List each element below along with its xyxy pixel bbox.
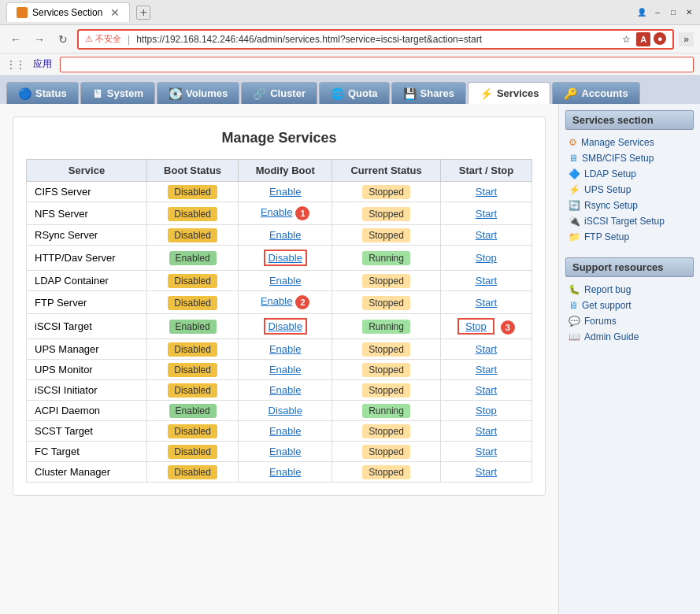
tab-cluster[interactable]: 🔗 Cluster: [241, 82, 317, 104]
start-button[interactable]: Start: [476, 229, 497, 241]
modify-boot-button[interactable]: Enable: [269, 446, 301, 457]
tab-title: Services Section: [32, 7, 102, 18]
address-bar[interactable]: ⚠ 不安全 | https://192.168.142.246:446/admi…: [77, 29, 674, 50]
new-tab-icon: +: [140, 6, 147, 20]
start-button[interactable]: Start: [476, 343, 497, 355]
extension-dot-icon[interactable]: ●: [654, 32, 666, 45]
current-status-badge: Stopped: [362, 296, 410, 310]
table-row: iSCSI InitiatorDisabledEnableStoppedStar…: [27, 380, 532, 401]
start-button[interactable]: Start: [476, 275, 497, 287]
ups-label: UPS Setup: [584, 184, 631, 195]
boot-status-badge: Disabled: [168, 445, 217, 459]
table-row: FC TargetDisabledEnableStoppedStart: [27, 442, 532, 462]
system-tab-icon: 🖥: [92, 87, 103, 100]
tab-status[interactable]: 🔵 Status: [6, 82, 79, 104]
browser-tab[interactable]: Services Section ✕: [6, 2, 130, 22]
start-button[interactable]: Start: [476, 364, 497, 375]
sidebar-link-admin-guide[interactable]: 📖 Admin Guide: [565, 329, 694, 345]
start-button[interactable]: Start: [476, 297, 497, 309]
tab-quota[interactable]: 🌐 Quota: [319, 82, 390, 104]
iscsi-label: iSCSI Target Setup: [584, 216, 665, 227]
table-row: LDAP ContainerDisabledEnableStoppedStart: [27, 271, 532, 291]
sidebar-link-ups[interactable]: ⚡ UPS Setup: [565, 182, 694, 198]
modify-boot-button[interactable]: Disable: [264, 318, 307, 335]
tab-system[interactable]: 🖥 System: [80, 82, 155, 104]
start-button[interactable]: Start: [476, 425, 497, 437]
tab-accounts[interactable]: 🔑 Accounts: [552, 82, 639, 104]
sidebar-link-forums[interactable]: 💬 Forums: [565, 313, 694, 329]
ups-icon: ⚡: [569, 184, 580, 195]
extension-a-icon[interactable]: A: [636, 32, 650, 46]
more-button[interactable]: »: [679, 32, 694, 46]
bookmark-apps[interactable]: 应用: [28, 56, 57, 72]
maximize-button[interactable]: □: [669, 8, 678, 17]
bookmark-search-input[interactable]: [60, 57, 694, 72]
start-button[interactable]: Start: [476, 466, 497, 478]
modify-boot-button[interactable]: Enable: [261, 206, 292, 218]
cluster-tab-label: Cluster: [270, 87, 306, 99]
service-name: FTP Server: [27, 291, 147, 314]
star-icon[interactable]: ☆: [619, 32, 633, 46]
sidebar-link-iscsi[interactable]: 🔌 iSCSI Target Setup: [565, 213, 694, 229]
stop-button[interactable]: Stop: [457, 318, 494, 335]
modify-boot-button[interactable]: Disable: [269, 405, 302, 416]
shares-tab-label: Shares: [420, 87, 454, 99]
ftp-label: FTP Setup: [584, 231, 629, 242]
table-row: ACPI DaemonEnabledDisableRunningStop: [27, 401, 532, 421]
close-button[interactable]: ✕: [684, 8, 694, 17]
new-tab-button[interactable]: +: [136, 6, 150, 20]
quota-tab-icon: 🌐: [331, 87, 344, 100]
tab-shares[interactable]: 💾 Shares: [391, 82, 466, 104]
tab-volumes[interactable]: 💽 Volumes: [157, 82, 239, 104]
modify-boot-button[interactable]: Enable: [269, 425, 301, 437]
modify-boot-button[interactable]: Enable: [269, 384, 301, 396]
start-button[interactable]: Start: [476, 446, 497, 457]
sidebar-link-smb-cifs[interactable]: 🖥 SMB/CIFS Setup: [565, 150, 694, 166]
modify-boot-button[interactable]: Enable: [269, 229, 301, 241]
tab-close-button[interactable]: ✕: [110, 6, 120, 19]
services-tab-icon: ⚡: [480, 87, 493, 100]
forums-label: Forums: [584, 316, 617, 327]
annotation-bubble: 2: [295, 295, 309, 309]
sidebar-link-report-bug[interactable]: 🐛 Report bug: [565, 282, 694, 298]
sidebar-link-get-support[interactable]: 🖥 Get support: [565, 298, 694, 313]
services-tab-label: Services: [497, 87, 539, 99]
tab-services[interactable]: ⚡ Services: [468, 82, 551, 104]
start-button[interactable]: Start: [476, 384, 497, 396]
forward-button[interactable]: →: [30, 30, 49, 49]
modify-boot-button[interactable]: Enable: [269, 275, 301, 287]
start-button[interactable]: Start: [476, 208, 497, 220]
support-icon: 🖥: [569, 300, 578, 311]
col-header-current-status: Current Status: [332, 160, 441, 182]
guide-icon: 📖: [569, 331, 580, 342]
modify-boot-button[interactable]: Enable: [269, 364, 301, 375]
modify-boot-button[interactable]: Disable: [264, 250, 307, 266]
modify-boot-button[interactable]: Enable: [269, 343, 301, 355]
sidebar-link-ldap[interactable]: 🔷 LDAP Setup: [565, 166, 694, 182]
cluster-tab-icon: 🔗: [253, 87, 266, 100]
sidebar-link-rsync[interactable]: 🔄 Rsync Setup: [565, 198, 694, 213]
sidebar-link-ftp[interactable]: 📁 FTP Setup: [565, 229, 694, 245]
accounts-tab-icon: 🔑: [564, 87, 577, 100]
bug-icon: 🐛: [569, 284, 580, 295]
current-status-badge: Stopped: [362, 465, 410, 479]
stop-button[interactable]: Stop: [476, 405, 497, 416]
service-name: CIFS Server: [27, 182, 147, 202]
refresh-button[interactable]: ↻: [54, 30, 72, 49]
ldap-label: LDAP Setup: [584, 168, 636, 179]
current-status-badge: Stopped: [362, 424, 410, 438]
boot-status-badge: Disabled: [168, 363, 217, 377]
back-button[interactable]: ←: [6, 30, 25, 49]
stop-button[interactable]: Stop: [476, 252, 497, 264]
modify-boot-button[interactable]: Enable: [261, 295, 292, 307]
minimize-button[interactable]: –: [653, 8, 662, 17]
modify-boot-button[interactable]: Enable: [269, 186, 301, 198]
manage-services-icon: ⚙: [569, 137, 577, 148]
iscsi-icon: 🔌: [569, 216, 580, 227]
table-row: NFS ServerDisabledEnable1StoppedStart: [27, 202, 532, 225]
sidebar-link-manage-services[interactable]: ⚙ Manage Services: [565, 135, 694, 150]
annotation-bubble: 1: [295, 206, 309, 220]
apps-grid-icon: ⋮⋮: [6, 59, 25, 70]
modify-boot-button[interactable]: Enable: [269, 466, 301, 478]
start-button[interactable]: Start: [476, 186, 497, 198]
